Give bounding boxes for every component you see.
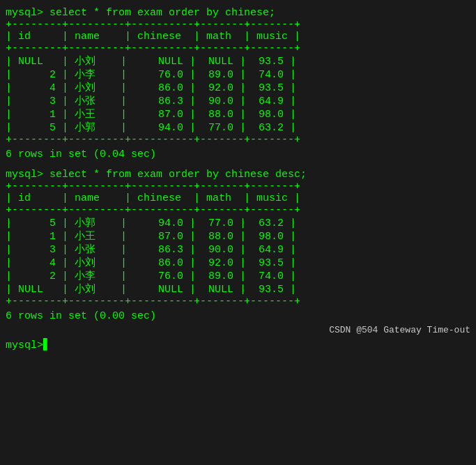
bottom-prompt-text: mysql> [6,340,43,351]
q1-row-1: | 2 | 小李 | 76.0 | 89.0 | 74.0 | [6,68,470,81]
q2-row-3: | 4 | 小刘 | 86.0 | 92.0 | 93.5 | [6,256,470,269]
query2-result: +--------+---------+----------+-------+-… [6,181,470,307]
query1-command-line: mysql> select * from exam order by chine… [6,7,470,19]
bottom-prompt[interactable]: mysql>▋ [6,338,470,351]
cmd2: select * from exam order by chinese desc… [43,169,307,181]
cursor: ▋ [43,340,49,351]
q2-row-5: | NULL | 小刘 | NULL | NULL | 93.5 | [6,282,470,296]
q1-row-0: | NULL | 小刘 | NULL | NULL | 93.5 | [6,54,470,68]
cmd1: select * from exam order by chinese; [43,7,275,19]
q2-sep-bot: +--------+---------+----------+-------+-… [6,296,470,307]
q2-sep-mid: +--------+---------+----------+-------+-… [6,204,470,216]
q2-sep-top: +--------+---------+----------+-------+-… [6,181,470,192]
q1-row-4: | 1 | 小王 | 87.0 | 88.0 | 98.0 | [6,107,470,121]
query2-rowcount: 6 rows in set (0.00 sec) [6,310,470,322]
q1-sep-top: +--------+---------+----------+-------+-… [6,19,470,31]
q1-row-3: | 3 | 小张 | 86.3 | 90.0 | 64.9 | [6,94,470,107]
query2-prompt-line: mysql> select * from exam order by chine… [6,169,470,181]
q1-header: | id | name | chinese | math | music | [6,31,470,43]
q1-sep-mid: +--------+---------+----------+-------+-… [6,43,470,54]
q2-header: | id | name | chinese | math | music | [6,192,470,204]
prompt2: mysql> [6,169,43,181]
q1-sep-bot: +--------+---------+----------+-------+-… [6,134,470,146]
query1-rowcount: 6 rows in set (0.04 sec) [6,148,470,160]
q2-row-2: | 3 | 小张 | 86.3 | 90.0 | 64.9 | [6,243,470,256]
prompt1: mysql> [6,7,43,19]
query1-prompt: mysql> select * from exam order by chine… [6,7,470,19]
q2-row-4: | 2 | 小李 | 76.0 | 89.0 | 74.0 | [6,269,470,282]
q1-row-5: | 5 | 小郭 | 94.0 | 77.0 | 63.2 | [6,121,470,134]
query1-result: +--------+---------+----------+-------+-… [6,19,470,146]
q2-row-0: | 5 | 小郭 | 94.0 | 77.0 | 63.2 | [6,216,470,229]
csdn-credit: CSDN @504 Gateway Time-out [6,325,470,335]
q1-row-2: | 4 | 小刘 | 86.0 | 92.0 | 93.5 | [6,81,470,94]
query2-command-line: mysql> select * from exam order by chine… [6,169,470,181]
terminal: mysql> select * from exam order by chine… [6,7,470,351]
q2-row-1: | 1 | 小王 | 87.0 | 88.0 | 98.0 | [6,229,470,243]
